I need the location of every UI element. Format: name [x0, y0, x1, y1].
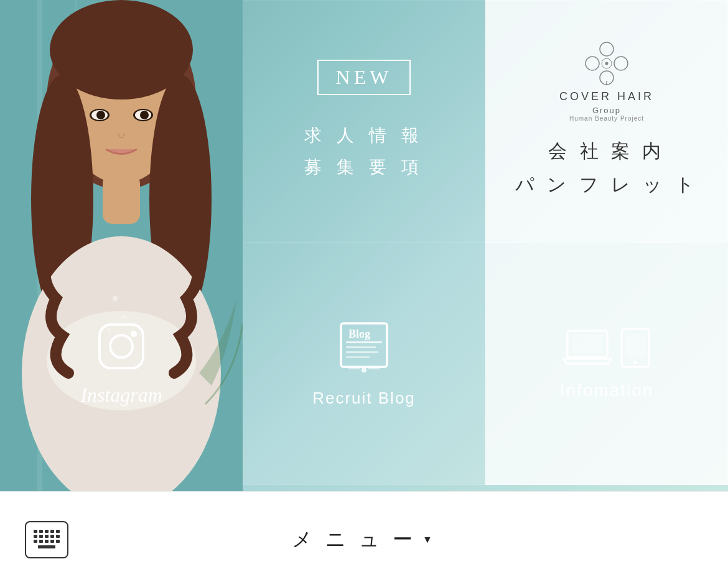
hero-section: NEW 求 人 情 報 募 集 要 項	[0, 0, 728, 491]
cell-infomation[interactable]: Infomation	[485, 243, 728, 485]
svg-rect-47	[50, 530, 54, 533]
hero-grid: NEW 求 人 情 報 募 集 要 項	[0, 0, 728, 491]
blog-icon: Blog	[336, 320, 392, 376]
keyboard-icon-button[interactable]	[25, 521, 68, 558]
svg-rect-55	[39, 540, 43, 543]
cell-photo	[0, 0, 243, 243]
svg-point-25	[605, 62, 609, 65]
svg-rect-54	[34, 540, 37, 543]
bottom-bar: メ ニ ュ ー ▼	[0, 491, 728, 587]
svg-rect-57	[50, 540, 54, 543]
instagram-icon	[96, 321, 146, 371]
info-icons	[562, 328, 651, 368]
job-info-text: 求 人 情 報 募 集 要 項	[304, 120, 423, 183]
svg-text:Blog: Blog	[348, 328, 370, 340]
svg-rect-49	[34, 535, 37, 538]
svg-point-20	[600, 42, 614, 56]
svg-rect-58	[56, 540, 60, 543]
svg-rect-40	[571, 335, 604, 353]
menu-arrow-icon: ▼	[422, 534, 436, 545]
svg-rect-48	[56, 530, 60, 533]
menu-button[interactable]: メ ニ ュ ー ▼	[292, 526, 436, 553]
svg-rect-53	[56, 535, 60, 538]
svg-point-23	[586, 57, 599, 70]
infomation-label-text: Infomation	[560, 381, 654, 400]
cell-blog[interactable]: Blog Recruit Blog	[243, 243, 485, 485]
svg-rect-32	[346, 341, 382, 343]
svg-rect-51	[45, 535, 49, 538]
svg-rect-37	[348, 367, 360, 369]
cell-recruitment[interactable]: NEW 求 人 情 報 募 集 要 項	[243, 0, 485, 243]
svg-rect-44	[34, 530, 37, 533]
logo-brand-text: COVER HAIR	[559, 90, 654, 103]
svg-rect-34	[346, 351, 378, 353]
svg-rect-50	[39, 535, 43, 538]
clover-logo-icon	[585, 42, 628, 85]
svg-rect-27	[100, 325, 143, 368]
svg-rect-35	[346, 356, 370, 358]
menu-label-text: メ ニ ュ ー	[292, 526, 416, 553]
svg-point-21	[614, 57, 628, 70]
cell-instagram[interactable]: Instagram	[0, 243, 243, 485]
svg-rect-56	[45, 540, 49, 543]
svg-rect-46	[45, 530, 49, 533]
blog-label-text: Recruit Blog	[312, 389, 416, 408]
logo-subtitle-text: Human Beauty Project	[569, 115, 644, 122]
svg-point-36	[362, 367, 366, 372]
svg-rect-59	[38, 545, 55, 548]
new-badge: NEW	[317, 60, 411, 95]
svg-point-29	[131, 331, 137, 337]
tablet-icon	[620, 328, 651, 368]
svg-rect-42	[625, 334, 645, 358]
svg-point-28	[110, 335, 133, 358]
svg-rect-33	[346, 346, 376, 348]
logo-group-text: Group	[592, 106, 621, 115]
company-info-text: 会 社 案 内 パ ン フ レ ッ ト	[515, 134, 698, 201]
logo-area: COVER HAIR Group Human Beauty Project	[559, 42, 654, 122]
keyboard-icon	[32, 529, 61, 551]
svg-rect-38	[368, 367, 380, 369]
cell-company[interactable]: COVER HAIR Group Human Beauty Project 会 …	[485, 0, 728, 243]
svg-point-43	[633, 361, 637, 364]
svg-rect-45	[39, 530, 43, 533]
instagram-label-text: Instagram	[80, 384, 162, 407]
svg-rect-52	[50, 535, 54, 538]
laptop-icon	[562, 328, 612, 368]
